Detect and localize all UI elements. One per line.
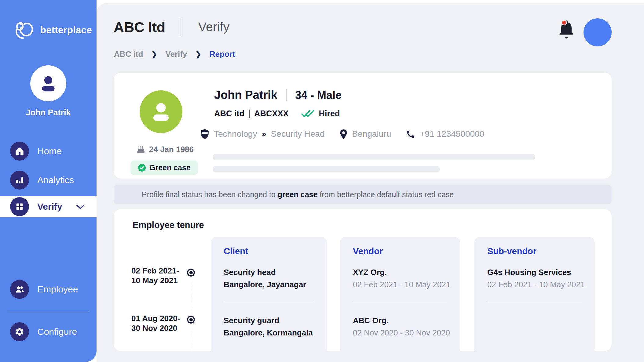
- employer-name: ABC itd: [214, 109, 244, 118]
- status-banner-text: from betterplace default status red case: [317, 190, 454, 199]
- skeleton-bar: [213, 154, 535, 160]
- user-name: John Patrik: [0, 108, 97, 118]
- breadcrumb-item-report[interactable]: Report: [210, 49, 235, 59]
- brand-name: betterplace: [40, 25, 92, 36]
- employee-name-row: John Patrik 34 - Male: [214, 89, 342, 102]
- card-divider: [353, 302, 447, 302]
- verify-grid-icon: [10, 197, 29, 216]
- employee-id: ABCXXX: [254, 109, 289, 118]
- card-divider: [224, 302, 314, 302]
- status-banner-text: Profile final status has been changed to: [142, 190, 278, 199]
- entry-title: Security head: [224, 268, 276, 277]
- entry-subtitle: 02 Feb 2021 - 10 May 2021: [353, 280, 450, 289]
- chevron-right-icon: ❯: [195, 50, 201, 58]
- tenure-card-vendor: Vendor XYZ Org. 02 Feb 2021 - 10 May 202…: [340, 237, 460, 351]
- employee-name: John Patrik: [214, 89, 277, 102]
- person-icon: [149, 100, 173, 124]
- brand[interactable]: betterplace: [13, 19, 92, 42]
- card-header: Sub-vendor: [487, 246, 536, 256]
- sidebar: betterplace John Patrik Home: [0, 0, 97, 362]
- id-divider: [249, 110, 250, 118]
- department: Technology: [214, 129, 257, 139]
- gear-icon: [10, 322, 29, 341]
- date-line: 10 May 2021: [131, 276, 179, 285]
- tenure-card-client: Client Security head Bangalore, Jayanaga…: [211, 237, 327, 351]
- sidebar-user: John Patrik: [0, 65, 97, 118]
- analytics-icon: [10, 171, 29, 190]
- check-circle-icon: [138, 164, 146, 172]
- location: Bengaluru: [352, 129, 391, 139]
- page-title: ABC ltd Verify: [114, 18, 229, 36]
- home-icon: [10, 142, 29, 161]
- date-line: 01 Aug 2020-: [131, 313, 180, 323]
- entry-title: G4s Housing Services: [487, 268, 571, 277]
- breadcrumb-item-company[interactable]: ABC itd: [114, 49, 143, 59]
- status-banner-highlight: green case: [278, 190, 318, 199]
- sidebar-item-verify[interactable]: Verify: [0, 196, 97, 217]
- timeline-connector: [191, 273, 191, 351]
- sidebar-item-label: Configure: [37, 327, 77, 337]
- sidebar-item-analytics[interactable]: Analytics: [0, 171, 97, 190]
- phone-icon: [406, 129, 415, 139]
- betterplace-logo-icon: [13, 19, 35, 42]
- profile-avatar[interactable]: [584, 18, 612, 46]
- status-banner: Profile final status has been changed to…: [114, 185, 612, 204]
- tenure-title: Employee tenure: [133, 220, 204, 230]
- entry-subtitle: Bangalore, Kormangala: [224, 328, 313, 338]
- name-divider: [286, 89, 287, 101]
- chevron-down-icon[interactable]: [76, 204, 85, 210]
- employee-meta-row: Technology » Security Head Bengaluru +91…: [200, 129, 484, 139]
- card-header: Vendor: [353, 246, 383, 256]
- dob-value: 24 Jan 1986: [149, 145, 194, 154]
- company-title: ABC ltd: [114, 19, 165, 35]
- timeline-dot-icon: [187, 269, 195, 277]
- date-line: 02 Feb 2021-: [131, 266, 179, 276]
- sidebar-item-label: Analytics: [37, 175, 74, 185]
- breadcrumb-item-verify[interactable]: Verify: [166, 49, 187, 59]
- card-header: Client: [224, 246, 248, 256]
- hire-status: Hired: [301, 109, 340, 118]
- section-title: Verify: [198, 20, 230, 34]
- app-window: betterplace John Patrik Home: [0, 0, 644, 362]
- breadcrumb: ABC itd ❯ Verify ❯ Report: [114, 49, 235, 59]
- card-divider: [487, 302, 582, 302]
- entry-subtitle: 02 Nov 2020 - 30 Nov 2020: [353, 328, 450, 338]
- timeline-date-range: 02 Feb 2021- 10 May 2021: [131, 266, 179, 285]
- chevron-right-icon: ❯: [151, 50, 157, 58]
- sidebar-item-label: Home: [37, 146, 62, 156]
- hire-status-label: Hired: [319, 109, 340, 118]
- entry-title: XYZ Org.: [353, 268, 387, 277]
- date-of-birth: 24 Jan 1986: [136, 145, 194, 154]
- timeline-dot-icon: [187, 316, 195, 324]
- entry-title: ABC Org.: [353, 316, 389, 325]
- case-status-label: Green case: [149, 163, 191, 172]
- sidebar-item-home[interactable]: Home: [0, 142, 97, 161]
- employee-photo-avatar[interactable]: [140, 90, 182, 133]
- sidebar-item-employee[interactable]: Employee: [0, 280, 97, 299]
- case-status-badge: Green case: [130, 161, 198, 175]
- designation: Security Head: [271, 129, 325, 139]
- badge-shield-icon: [200, 129, 209, 139]
- birthday-cake-icon: [136, 145, 145, 154]
- timeline-date-range: 01 Aug 2020- 30 Nov 2020: [131, 313, 180, 333]
- sidebar-item-label: Verify: [37, 201, 62, 212]
- sidebar-divider: [7, 312, 89, 312]
- sidebar-item-label: Employee: [37, 284, 78, 295]
- sidebar-item-configure[interactable]: Configure: [0, 322, 97, 341]
- location-pin-icon: [339, 129, 348, 139]
- skeleton-bar: [213, 166, 440, 172]
- employee-age-gender: 34 - Male: [295, 89, 342, 102]
- double-check-icon: [301, 109, 315, 118]
- designation-separator: »: [262, 129, 266, 139]
- employee-tenure-panel: Employee tenure 02 Feb 2021- 10 May 2021…: [114, 209, 612, 351]
- user-avatar[interactable]: [30, 65, 66, 101]
- entry-title: Security guard: [224, 316, 279, 325]
- notifications-button[interactable]: [558, 19, 575, 40]
- phone-number: +91 1234500000: [420, 129, 484, 139]
- tenure-card-subvendor: Sub-vendor G4s Housing Services 02 Feb 2…: [474, 237, 595, 351]
- employee-icon: [10, 280, 29, 299]
- date-line: 30 Nov 2020: [131, 323, 180, 333]
- entry-subtitle: Bangalore, Jayanagar: [224, 280, 306, 289]
- profile-card: 24 Jan 1986 Green case John Patrik 34 - …: [114, 73, 612, 179]
- title-divider: [181, 18, 181, 36]
